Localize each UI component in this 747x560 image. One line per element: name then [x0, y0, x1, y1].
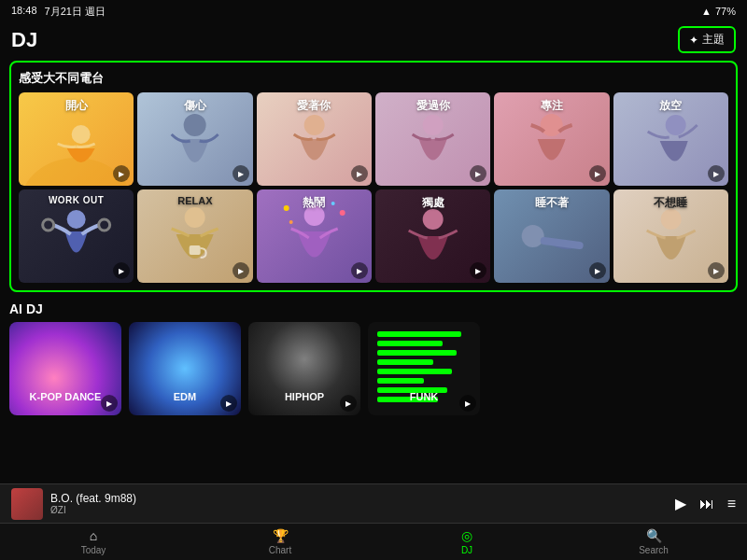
radio-label-blank: 放空	[613, 98, 728, 114]
nav-today[interactable]: ⌂ Today	[0, 524, 187, 560]
svg-point-1	[72, 125, 91, 144]
play-icon-blank: ▶	[708, 165, 725, 182]
radio-label-workout: WORK OUT	[19, 195, 134, 205]
play-icon-nope: ▶	[708, 262, 725, 279]
radio-label-focus: 專注	[494, 98, 609, 114]
radio-section-title: 感受大不同電台	[19, 70, 728, 87]
play-icon-relax: ▶	[233, 262, 249, 279]
radio-card-love2[interactable]: 愛過你 ▶	[375, 92, 490, 186]
radio-card-workout[interactable]: WORK OUT ▶	[19, 189, 134, 283]
home-icon: ⌂	[90, 528, 97, 543]
ai-dj-card-edm[interactable]: EDM ▶	[129, 322, 241, 415]
radio-label-happy: 開心	[19, 98, 134, 114]
play-icon-focus: ▶	[589, 165, 606, 182]
ai-dj-grid: K-POP DANCE ▶ EDM ▶ HIPHOP ▶ FUNK ▶	[9, 322, 738, 415]
status-time: 18:48	[11, 5, 37, 19]
status-date: 7月21日 週日	[45, 5, 106, 19]
radio-card-nope[interactable]: 不想睡 ▶	[613, 189, 728, 283]
nav-dj[interactable]: ◎ DJ	[374, 524, 560, 560]
svg-point-2	[184, 114, 206, 136]
svg-point-6	[665, 115, 685, 135]
radio-section: 感受大不同電台 開心 ▶ 傷心 ▶ 愛	[9, 61, 738, 292]
play-icon-hot: ▶	[351, 262, 368, 279]
svg-point-8	[43, 219, 54, 231]
radio-label-relax: RELAX	[137, 195, 252, 206]
ai-dj-section: AI DJ K-POP DANCE ▶ EDM ▶ HIPHOP ▶	[0, 301, 747, 415]
theme-label: 主題	[702, 32, 725, 48]
ai-dj-card-hiphop[interactable]: HIPHOP ▶	[248, 322, 360, 415]
svg-point-20	[660, 209, 681, 230]
svg-point-5	[541, 114, 563, 136]
radio-label-love2: 愛過你	[375, 98, 490, 114]
nav-today-label: Today	[81, 545, 106, 555]
svg-point-9	[99, 219, 110, 231]
svg-point-7	[67, 210, 86, 229]
ai-dj-play-hiphop: ▶	[340, 395, 357, 412]
status-bar: 18:48 7月21日 週日 ▲ 77%	[0, 0, 747, 22]
bottom-nav: ⌂ Today 🏆 Chart ◎ DJ 🔍 Search	[0, 523, 747, 560]
radio-label-sad: 傷心	[137, 98, 252, 114]
np-controls: ▶ ⏭ ≡	[675, 495, 736, 512]
svg-rect-11	[190, 245, 201, 255]
np-info: B.O. (feat. 9m88) ØZI	[50, 492, 668, 515]
play-icon-love: ▶	[351, 165, 368, 182]
ai-dj-play-kpop: ▶	[101, 395, 118, 412]
nav-dj-label: DJ	[461, 545, 472, 555]
np-title: B.O. (feat. 9m88)	[50, 492, 668, 505]
nav-search[interactable]: 🔍 Search	[560, 524, 747, 560]
play-button[interactable]: ▶	[675, 495, 686, 512]
nav-search-label: Search	[639, 545, 669, 555]
next-button[interactable]: ⏭	[699, 496, 714, 512]
radio-card-sleep[interactable]: 睡不著 ▶	[494, 189, 609, 283]
ai-dj-play-funk: ▶	[459, 395, 476, 412]
ai-dj-card-kpop[interactable]: K-POP DANCE ▶	[9, 322, 121, 415]
np-thumbnail	[11, 488, 43, 520]
search-icon: 🔍	[646, 528, 662, 543]
radio-card-focus[interactable]: 專注 ▶	[494, 92, 609, 186]
svg-point-17	[423, 209, 444, 230]
svg-point-18	[522, 225, 544, 247]
svg-point-4	[423, 115, 444, 135]
radio-card-relax[interactable]: RELAX ▶	[137, 189, 252, 283]
svg-point-10	[185, 207, 205, 228]
nav-chart-label: Chart	[269, 545, 291, 555]
radio-card-alone[interactable]: 獨處 ▶	[375, 189, 490, 283]
ai-dj-title: AI DJ	[9, 301, 738, 316]
radio-label-alone: 獨處	[375, 195, 490, 211]
np-artist: ØZI	[50, 505, 668, 515]
radio-card-love[interactable]: 愛著你 ▶	[257, 92, 372, 186]
svg-line-19	[544, 241, 580, 245]
nav-chart[interactable]: 🏆 Chart	[187, 524, 374, 560]
theme-button[interactable]: ✦ 主題	[678, 26, 736, 53]
svg-point-16	[289, 220, 292, 224]
radio-label-nope: 不想睡	[613, 195, 728, 211]
battery-status: 77%	[715, 6, 736, 17]
radio-card-hot[interactable]: 熱鬧 ▶	[257, 189, 372, 283]
radio-grid: 開心 ▶ 傷心 ▶ 愛著你	[19, 92, 728, 283]
page-title: DJ	[11, 28, 37, 52]
radio-card-happy[interactable]: 開心 ▶	[19, 92, 134, 186]
play-icon-sleep: ▶	[589, 262, 606, 279]
menu-button[interactable]: ≡	[727, 496, 736, 512]
trophy-icon: 🏆	[273, 528, 289, 543]
theme-icon: ✦	[689, 34, 698, 47]
radio-card-blank[interactable]: 放空 ▶	[613, 92, 728, 186]
radio-label-hot: 熱鬧	[257, 195, 372, 211]
ai-dj-play-edm: ▶	[220, 395, 237, 412]
radio-label-love: 愛著你	[257, 98, 372, 114]
play-icon-sad: ▶	[233, 165, 249, 182]
radio-card-sad[interactable]: 傷心 ▶	[137, 92, 252, 186]
radio-icon: ◎	[461, 528, 472, 543]
now-playing-bar: B.O. (feat. 9m88) ØZI ▶ ⏭ ≡	[0, 483, 747, 523]
svg-point-3	[303, 115, 324, 135]
ai-dj-card-funk[interactable]: FUNK ▶	[368, 322, 480, 415]
header: DJ ✦ 主題	[0, 22, 747, 61]
wifi-icon: ▲	[701, 6, 712, 17]
radio-label-sleep: 睡不著	[494, 195, 609, 211]
